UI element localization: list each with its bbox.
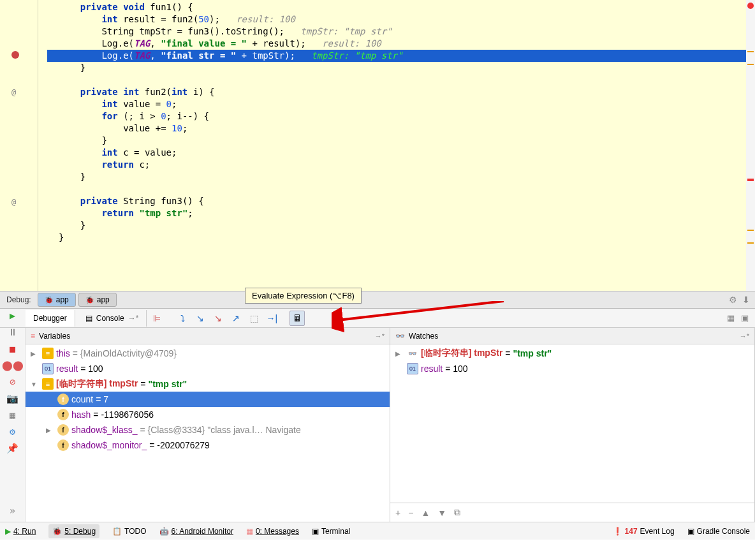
- expand-icon[interactable]: ▶: [395, 350, 404, 357]
- event-log-tool[interactable]: ❗ 147 Event Log: [613, 527, 675, 536]
- code-line[interactable]: private int fun2(int i) {: [47, 86, 746, 98]
- fold-strip[interactable]: [38, 0, 47, 291]
- code-line[interactable]: Log.e(TAG, "final value = " + result); r…: [47, 38, 746, 50]
- force-step-into-icon[interactable]: ↘: [210, 311, 226, 326]
- down-icon[interactable]: ▼: [437, 508, 446, 518]
- run-tool[interactable]: ▶ 4: Run: [5, 527, 36, 536]
- camera-icon[interactable]: 📷: [6, 393, 18, 404]
- watches-tree[interactable]: ▶👓[临时字符串] tmpStr = "tmp str"01result = 1…: [390, 344, 754, 503]
- step-into-icon[interactable]: ↘: [193, 311, 208, 326]
- step-over-icon[interactable]: ⤵: [175, 311, 190, 326]
- code-line[interactable]: private void fun1() {: [47, 1, 746, 13]
- open-new-icon[interactable]: →*: [740, 332, 749, 340]
- expand-icon[interactable]: ▶: [31, 350, 40, 357]
- tree-row[interactable]: ▶≡this = {MainOldActivity@4709}: [26, 346, 390, 361]
- open-new-icon[interactable]: →*: [375, 332, 385, 340]
- code-line[interactable]: String tmpStr = fun3().toString(); tmpSt…: [47, 26, 746, 38]
- up-icon[interactable]: ▲: [421, 508, 430, 518]
- pin-icon-2[interactable]: 📌: [6, 443, 18, 454]
- code-line[interactable]: private String fun3() {: [47, 195, 746, 207]
- error-strip[interactable]: [746, 0, 755, 291]
- add-watch-icon[interactable]: +: [395, 508, 400, 518]
- code-line[interactable]: for (; i > 0; i--) {: [47, 110, 746, 122]
- console-tab[interactable]: ▤ Console →*: [78, 310, 147, 327]
- code-line[interactable]: }: [47, 171, 746, 183]
- code-line[interactable]: [47, 74, 746, 86]
- run-to-cursor-icon[interactable]: →|: [264, 311, 279, 326]
- code-area[interactable]: private void fun1() { int result = fun2(…: [47, 0, 746, 291]
- tab-label: app: [56, 295, 69, 304]
- code-line[interactable]: [47, 183, 746, 195]
- expand-icon[interactable]: ▼: [31, 381, 40, 388]
- code-line[interactable]: int c = value;: [47, 147, 746, 159]
- pause-icon[interactable]: ⏸: [8, 327, 17, 338]
- down-icon[interactable]: ⬇: [742, 295, 750, 305]
- stop-icon[interactable]: ■: [10, 343, 15, 355]
- step-out-icon[interactable]: ↗: [228, 311, 244, 326]
- remove-watch-icon[interactable]: −: [408, 508, 413, 518]
- debugger-tab[interactable]: Debugger: [26, 310, 75, 327]
- code-line[interactable]: int result = fun2(50); result: 100: [47, 13, 746, 26]
- gear-icon[interactable]: ⚙: [729, 295, 737, 305]
- tree-row[interactable]: ▼≡[临时字符串] tmpStr = "tmp str": [26, 376, 390, 392]
- var-value: = 100: [445, 364, 467, 374]
- settings-icon[interactable]: ⚙: [10, 426, 15, 438]
- copy-icon[interactable]: ⧉: [454, 507, 460, 518]
- restore-icon[interactable]: ▣: [741, 313, 749, 323]
- gradle-console-tool[interactable]: ▣ Gradle Console: [687, 527, 750, 536]
- tree-row[interactable]: 01result = 100: [26, 361, 390, 376]
- messages-tool[interactable]: ▦ 0: Messages: [246, 527, 299, 536]
- code-line[interactable]: int value = 0;: [47, 98, 746, 110]
- android-monitor-tool[interactable]: 🤖 6: Android Monitor: [159, 527, 233, 536]
- var-value: =: [140, 379, 145, 389]
- bug-icon: 🐞: [45, 296, 54, 304]
- evaluate-expression-button[interactable]: 🖩: [290, 311, 305, 326]
- mute-icon[interactable]: ⊘: [10, 376, 15, 388]
- var-value: = {Class@3334} "class java.l… Navigate: [140, 425, 301, 435]
- code-line[interactable]: }: [47, 135, 746, 147]
- tree-row[interactable]: 01result = 100: [390, 361, 754, 376]
- layout-icon-2[interactable]: ▦: [10, 409, 15, 421]
- breakpoints-icon[interactable]: ⬤⬤: [2, 360, 24, 371]
- todo-tool[interactable]: 📋 TODO: [112, 527, 146, 536]
- pin-icon[interactable]: →*: [128, 314, 139, 323]
- code-line[interactable]: }: [47, 219, 746, 232]
- override-icon[interactable]: @: [11, 198, 16, 207]
- config-tab-app-1[interactable]: 🐞 app: [38, 293, 76, 307]
- terminal-tool[interactable]: ▣ Terminal: [312, 527, 350, 536]
- override-icon[interactable]: @: [11, 88, 16, 97]
- expand-icon[interactable]: ▶: [46, 427, 55, 434]
- code-line[interactable]: }: [47, 232, 746, 244]
- evaluate-tooltip: Evaluate Expression (⌥F8): [245, 288, 362, 304]
- variables-tree[interactable]: ▶≡this = {MainOldActivity@4709}01result …: [26, 344, 390, 522]
- tree-row[interactable]: ▶👓[临时字符串] tmpStr = "tmp str": [390, 346, 754, 361]
- code-line[interactable]: Log.e(TAG, "final str = " + tmpStr); tmp…: [47, 50, 746, 62]
- code-line[interactable]: }: [47, 62, 746, 74]
- tree-row[interactable]: f hash = -1198676056: [26, 407, 390, 422]
- breakpoint-icon[interactable]: [11, 51, 19, 59]
- debug-tool[interactable]: 🐞 5: Debug: [48, 524, 99, 538]
- code-editor[interactable]: @ @ private void fun1() { int result = f…: [0, 0, 755, 291]
- var-name: count: [71, 394, 93, 404]
- var-value: = {MainOldActivity@4709}: [73, 348, 177, 358]
- expand-icon[interactable]: »: [10, 505, 15, 517]
- resume-icon[interactable]: ▶: [10, 310, 15, 321]
- layout-icon[interactable]: ▦: [727, 313, 735, 323]
- code-line[interactable]: return "tmp str";: [47, 207, 746, 219]
- error-indicator[interactable]: [747, 3, 754, 9]
- code-line[interactable]: return c;: [47, 159, 746, 171]
- editor-gutter[interactable]: @ @: [0, 0, 38, 291]
- android-icon: 🤖: [159, 527, 169, 536]
- var-value: = 7: [96, 394, 108, 404]
- tree-row[interactable]: f shadow$_monitor_ = -2020076279: [26, 438, 390, 453]
- frames-icon[interactable]: ⊫: [149, 311, 165, 326]
- var-string-value: "tmp str": [513, 348, 552, 358]
- tree-row[interactable]: f count = 7: [26, 392, 390, 407]
- drop-frame-icon[interactable]: ⬚: [246, 311, 261, 326]
- var-name: shadow$_monitor_: [71, 440, 147, 450]
- tree-row[interactable]: ▶f shadow$_klass_ = {Class@3334} "class …: [26, 422, 390, 438]
- debug-tab-strip: Debug: 🐞 app 🐞 app Evaluate Expression (…: [0, 291, 755, 309]
- config-tab-app-2[interactable]: 🐞 app: [78, 293, 117, 307]
- code-line[interactable]: value += 10;: [47, 122, 746, 135]
- play-icon: ▶: [5, 527, 11, 536]
